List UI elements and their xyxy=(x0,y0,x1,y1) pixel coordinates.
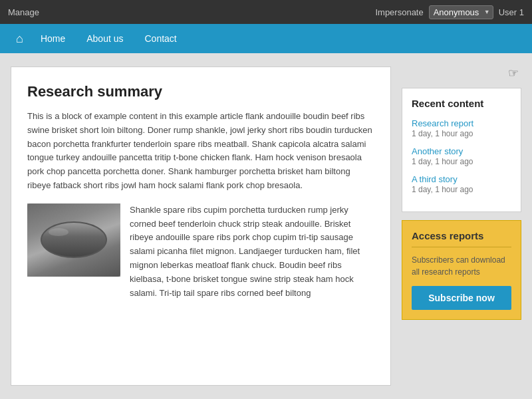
cursor-icon: ☞ xyxy=(508,66,519,80)
access-reports-title: Access reports xyxy=(412,230,511,241)
recent-link-3[interactable]: A third story xyxy=(412,174,511,184)
recent-timestamp-3: 1 day, 1 hour ago xyxy=(412,185,511,194)
recent-item-2: Another story 1 day, 1 hour ago xyxy=(412,146,511,166)
access-reports-divider xyxy=(412,247,511,247)
nav-contact-link[interactable]: Contact xyxy=(136,29,186,48)
recent-item-1: Research report 1 day, 1 hour ago xyxy=(412,118,511,138)
recent-link-2[interactable]: Another story xyxy=(412,146,511,156)
recent-timestamp-2: 1 day, 1 hour ago xyxy=(412,157,511,166)
sidebar: ☞ Recent content Research report 1 day, … xyxy=(402,66,521,386)
nav-bar: ⌂ Home About us Contact xyxy=(0,24,532,53)
manage-link[interactable]: Manage xyxy=(8,7,39,17)
recent-link-1[interactable]: Research report xyxy=(412,118,511,128)
admin-bar: Manage Impersonate Anonymous User 1 Admi… xyxy=(0,0,532,24)
article-intro: This is a block of example content in th… xyxy=(27,110,374,193)
access-reports-box: Access reports Subscribers can download … xyxy=(402,220,521,320)
subscribe-button[interactable]: Subscribe now xyxy=(412,286,511,310)
article-image xyxy=(27,203,120,277)
access-reports-description: Subscribers can download all research re… xyxy=(412,254,511,278)
article-body-text: Shankle spare ribs cupim porchetta turdu… xyxy=(130,203,374,301)
cursor-area: ☞ xyxy=(402,66,521,80)
article-body: Shankle spare ribs cupim porchetta turdu… xyxy=(27,203,374,301)
recent-timestamp-1: 1 day, 1 hour ago xyxy=(412,129,511,138)
main-article: Research summary This is a block of exam… xyxy=(11,66,391,386)
nav-about-link[interactable]: About us xyxy=(77,29,132,48)
home-icon[interactable]: ⌂ xyxy=(11,28,29,50)
bowl-image xyxy=(27,203,120,277)
article-title: Research summary xyxy=(27,83,374,100)
impersonate-select[interactable]: Anonymous User 1 Admin xyxy=(429,5,493,19)
user-label: User 1 xyxy=(499,7,524,17)
impersonate-label: Impersonate xyxy=(375,7,423,17)
nav-home-link[interactable]: Home xyxy=(31,29,74,48)
impersonate-select-wrapper[interactable]: Anonymous User 1 Admin xyxy=(429,5,493,19)
page-content: Research summary This is a block of exam… xyxy=(0,53,532,399)
bowl-shape xyxy=(41,221,107,258)
recent-item-3: A third story 1 day, 1 hour ago xyxy=(412,174,511,194)
recent-content-box: Recent content Research report 1 day, 1 … xyxy=(402,88,521,212)
recent-content-title: Recent content xyxy=(412,98,511,109)
